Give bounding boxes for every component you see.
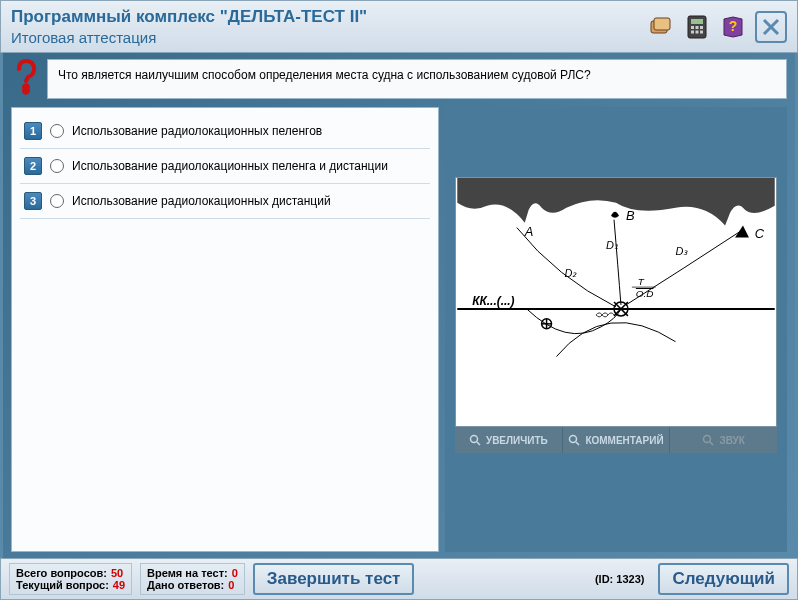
next-label: Следующий: [672, 569, 775, 589]
answer-label: Использование радиолокационных пеленга и…: [72, 159, 388, 173]
svg-point-21: [570, 436, 577, 443]
svg-line-22: [576, 442, 579, 445]
label-D3: D₃: [676, 245, 689, 257]
answer-number: 2: [24, 157, 42, 175]
label-A: A: [524, 224, 534, 239]
diagram-image[interactable]: A B C D₁ D₂ D₃: [455, 177, 777, 427]
answer-number: 3: [24, 192, 42, 210]
app-subtitle: Итоговая аттестация: [11, 29, 367, 46]
sound-button: ЗВУК: [670, 427, 777, 453]
zoom-button[interactable]: УВЕЛИЧИТЬ: [455, 427, 563, 453]
header: Программный комплекс "ДЕЛЬТА-ТЕСТ II" Ит…: [0, 0, 798, 53]
label-OD: O.D: [636, 288, 654, 299]
cards-icon[interactable]: [647, 13, 675, 41]
total-questions-value: 50: [111, 567, 123, 579]
label-D1: D₁: [606, 239, 618, 251]
footer-stats-time: Время на тест: 0 Дано ответов: 0: [140, 563, 245, 595]
answer-label: Использование радиолокационных пеленгов: [72, 124, 322, 138]
footer: Всего вопросов: 50 Текущий вопрос: 49 Вр…: [0, 558, 798, 600]
svg-line-20: [477, 442, 480, 445]
magnifier-icon: [568, 434, 580, 446]
next-button[interactable]: Следующий: [658, 563, 789, 595]
app-title: Программный комплекс "ДЕЛЬТА-ТЕСТ II": [11, 7, 367, 27]
comment-label: КОММЕНТАРИЙ: [585, 435, 663, 446]
svg-line-24: [710, 442, 713, 445]
svg-rect-7: [691, 30, 694, 33]
svg-rect-5: [696, 26, 699, 29]
label-T: T: [638, 276, 645, 287]
answer-option[interactable]: 2 Использование радиолокационных пеленга…: [20, 149, 430, 184]
question-id: (ID: 1323): [595, 573, 645, 585]
answer-option[interactable]: 3 Использование радиолокационных дистанц…: [20, 184, 430, 219]
calculator-icon[interactable]: [683, 13, 711, 41]
radio-icon[interactable]: [50, 194, 64, 208]
sound-label: ЗВУК: [719, 435, 744, 446]
answered-label: Дано ответов:: [147, 579, 224, 591]
svg-rect-1: [654, 18, 670, 30]
help-book-icon[interactable]: ?: [719, 13, 747, 41]
content: 1 Использование радиолокационных пеленго…: [3, 103, 795, 558]
question-bar: Что является наилучшим способом определе…: [3, 53, 795, 103]
media-background: A B C D₁ D₂ D₃: [445, 107, 787, 552]
answer-option[interactable]: 1 Использование радиолокационных пеленго…: [20, 114, 430, 149]
svg-rect-4: [691, 26, 694, 29]
header-icons: ?: [647, 11, 787, 43]
main-area: Что является наилучшим способом определе…: [0, 53, 798, 558]
svg-rect-6: [700, 26, 703, 29]
answer-label: Использование радиолокационных дистанций: [72, 194, 331, 208]
radio-icon[interactable]: [50, 159, 64, 173]
answered-value: 0: [228, 579, 234, 591]
answers-panel: 1 Использование радиолокационных пеленго…: [11, 107, 439, 552]
footer-stats-questions: Всего вопросов: 50 Текущий вопрос: 49: [9, 563, 132, 595]
svg-text:?: ?: [729, 18, 738, 34]
label-B: B: [626, 208, 635, 223]
radio-icon[interactable]: [50, 124, 64, 138]
svg-rect-9: [700, 30, 703, 33]
total-questions-label: Всего вопросов:: [16, 567, 107, 579]
media-buttons: УВЕЛИЧИТЬ КОММЕНТАРИЙ ЗВУК: [455, 427, 777, 453]
label-D2: D₂: [564, 267, 577, 279]
svg-point-19: [470, 436, 477, 443]
magnifier-icon: [469, 434, 481, 446]
time-label: Время на тест:: [147, 567, 228, 579]
question-mark-icon: [11, 59, 41, 99]
current-question-value: 49: [113, 579, 125, 591]
label-KK: КК...(...): [472, 294, 514, 308]
answer-number: 1: [24, 122, 42, 140]
time-value: 0: [232, 567, 238, 579]
magnifier-icon: [702, 434, 714, 446]
header-titles: Программный комплекс "ДЕЛЬТА-ТЕСТ II" Ит…: [11, 7, 367, 46]
close-button[interactable]: [755, 11, 787, 43]
current-question-label: Текущий вопрос:: [16, 579, 109, 591]
media-panel: A B C D₁ D₂ D₃: [445, 107, 787, 552]
svg-rect-3: [691, 19, 703, 24]
finish-test-button[interactable]: Завершить тест: [253, 563, 415, 595]
label-C: C: [755, 226, 765, 241]
question-text: Что является наилучшим способом определе…: [47, 59, 787, 99]
zoom-label: УВЕЛИЧИТЬ: [486, 435, 548, 446]
svg-rect-8: [696, 30, 699, 33]
comment-button[interactable]: КОММЕНТАРИЙ: [563, 427, 671, 453]
svg-point-23: [704, 436, 711, 443]
finish-label: Завершить тест: [267, 569, 401, 589]
